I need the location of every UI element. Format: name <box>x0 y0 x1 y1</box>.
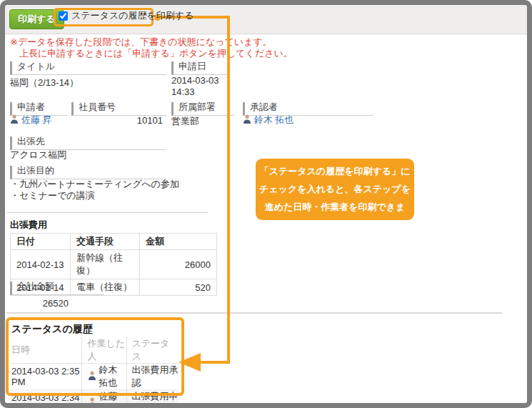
table-row: 2014-03-03 2:34 PM 佐藤 昇 出張費用申請 <box>10 390 179 408</box>
expenses-col-transport: 交通手段 <box>71 234 140 250</box>
approver-user: 鈴木 拓也 <box>243 114 294 126</box>
expense-date: 2014-02-13 <box>11 250 71 279</box>
person-icon <box>243 114 251 126</box>
draft-notice-line1: ※データを保存した段階では、下書きの状態になっています。 <box>10 36 293 48</box>
history-col-status: ステータス <box>126 337 179 364</box>
callout-line3: 進めた日時・作業者を印刷できます。 <box>256 198 414 234</box>
print-button[interactable]: 印刷する <box>9 9 64 29</box>
history-status: 出張費用承認 <box>126 364 179 390</box>
print-history-checkbox-group[interactable]: ステータスの履歴を印刷する <box>59 9 194 22</box>
field-value-apply-date: 2014-03-03 <box>171 75 219 86</box>
table-row: 2014-02-13 新幹線（往復） 26000 <box>11 250 217 279</box>
person-icon <box>88 397 96 408</box>
status-history-header-row: 日時 作業した人 ステータス <box>10 337 179 364</box>
expense-amount: 26000 <box>140 250 217 279</box>
person-icon <box>88 371 96 382</box>
history-datetime: 2014-03-03 2:35 PM <box>10 364 81 390</box>
field-value-department: 営業部 <box>171 115 199 128</box>
print-history-checkbox[interactable] <box>59 11 68 21</box>
history-status: 出張費用申請 <box>126 390 179 408</box>
history-col-person: 作業した人 <box>81 337 126 364</box>
expenses-col-date: 日付 <box>11 234 71 250</box>
draft-notice-line2: 上長に申請するときには「申請する」ボタンを押してください。 <box>10 48 293 59</box>
person-icon <box>10 114 19 126</box>
draft-notice: ※データを保存した段階では、下書きの状態になっています。 上長に申請するときには… <box>10 36 293 59</box>
arrow-left-icon <box>179 353 201 372</box>
field-label-total: 合計金額 <box>10 282 104 295</box>
callout-tooltip: 「ステータスの履歴を印刷する」に チェックを入れると、各ステップを 進めた日時・… <box>256 159 414 220</box>
field-label-department: 所属部署 <box>171 102 234 116</box>
status-history-title: ステータスの履歴 <box>11 323 93 336</box>
expense-amount: 520 <box>140 279 217 296</box>
approver-link[interactable]: 鈴木 拓也 <box>254 114 294 126</box>
field-value-employee-no: 10101 <box>71 115 163 126</box>
history-col-datetime: 日時 <box>10 337 81 364</box>
group-divider <box>7 212 208 213</box>
print-preview-window: 印刷する ステータスの履歴を印刷する ※データを保存した段階では、下書きの状態に… <box>0 0 532 408</box>
annotation-connector-line-bottom <box>199 361 230 364</box>
field-value-destination: アクロス福岡 <box>10 149 66 161</box>
expenses-header-row: 日付 交通手段 金額 <box>11 234 217 250</box>
status-history-table: 日時 作業した人 ステータス 2014-03-03 2:35 PM 鈴木 拓也 … <box>10 337 179 408</box>
field-label-employee-no: 社員番号 <box>71 102 166 116</box>
expenses-section-title: 出張費用 <box>10 219 47 232</box>
callout-line1: 「ステータスの履歴を印刷する」に <box>256 162 414 180</box>
applicant-link[interactable]: 佐藤 昇 <box>21 114 52 126</box>
section-divider <box>6 312 502 314</box>
field-value-purpose-line2: ・セミナーでの講演 <box>10 189 95 202</box>
applicant-user: 佐藤 昇 <box>10 114 52 126</box>
history-person-cell: 鈴木 拓也 <box>81 364 126 390</box>
table-row: 2014-03-03 2:35 PM 鈴木 拓也 出張費用承認 <box>10 364 179 390</box>
history-person-cell: 佐藤 昇 <box>81 390 126 408</box>
field-value-title: 福岡（2/13-14） <box>10 76 79 89</box>
history-datetime: 2014-03-03 2:34 PM <box>10 390 81 408</box>
history-person: 鈴木 拓也 <box>99 364 126 389</box>
field-value-apply-time: 14:33 <box>171 86 195 97</box>
expenses-col-amount: 金額 <box>140 234 217 250</box>
field-value-total: 26520 <box>10 298 69 309</box>
field-label-title: タイトル <box>10 61 166 75</box>
expense-transport: 新幹線（往復） <box>71 250 140 279</box>
callout-line2: チェックを入れると、各ステップを <box>256 180 414 198</box>
print-history-checkbox-label: ステータスの履歴を印刷する <box>71 9 194 22</box>
annotation-connector-line-vertical <box>227 16 230 364</box>
field-label-apply-date: 申請日 <box>171 61 227 75</box>
history-person: 佐藤 昇 <box>99 390 126 408</box>
